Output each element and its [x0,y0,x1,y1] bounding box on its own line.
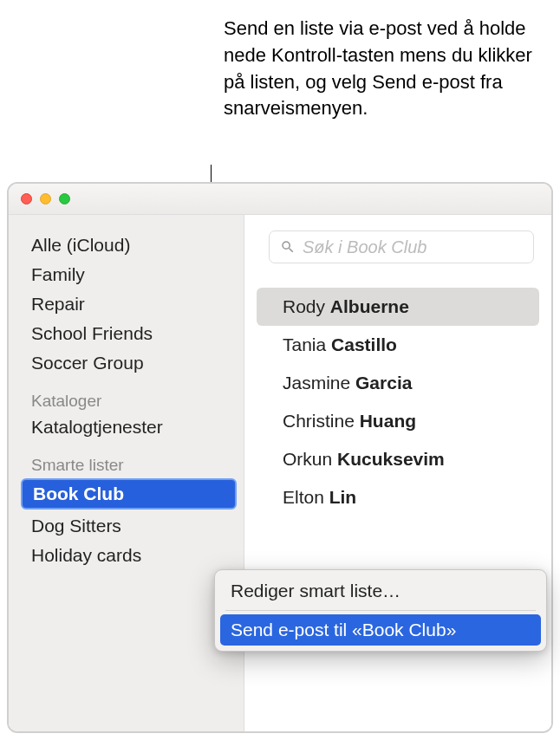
sidebar-item-school-friends[interactable]: School Friends [9,319,244,348]
window-titlebar [9,184,551,215]
contact-first-name: Jasmine [283,373,355,393]
sidebar-section-header: Smarte lister [9,442,244,477]
contact-last-name: Garcia [355,373,412,393]
search-icon [280,239,296,255]
sidebar-item-family[interactable]: Family [9,260,244,289]
context-menu-item[interactable]: Send e-post til «Book Club» [220,614,541,646]
minimize-icon[interactable] [40,193,51,204]
menu-divider [225,610,536,611]
contact-last-name: Lin [329,487,357,507]
contact-first-name: Tania [283,334,331,354]
sidebar-section-header: Kataloger [9,378,244,412]
context-menu: Rediger smart liste…Send e-post til «Boo… [214,569,547,652]
search-placeholder: Søk i Book Club [303,237,427,257]
sidebar-item-all-icloud[interactable]: Alle (iCloud) [9,230,244,260]
search-container: Søk i Book Club [244,215,551,272]
contact-row[interactable]: Elton Lin [257,478,539,516]
contact-first-name: Rody [283,296,330,316]
contact-row[interactable]: Tania Castillo [257,326,539,364]
sidebar-item-repair[interactable]: Repair [9,289,244,319]
sidebar-item-holiday-cards[interactable]: Holiday cards [9,541,244,570]
contact-first-name: Orkun [283,449,337,469]
contact-last-name: Kucuksevim [337,449,445,469]
contact-list: Rody AlbuerneTania CastilloJasmine Garci… [244,272,551,516]
contact-row[interactable]: Christine Huang [257,402,539,440]
window-content: Alle (iCloud)FamilyRepairSchool FriendsS… [9,215,551,731]
contact-last-name: Castillo [331,334,397,354]
contact-row[interactable]: Jasmine Garcia [257,364,539,402]
contact-first-name: Christine [283,411,360,431]
fullscreen-icon[interactable] [59,193,70,204]
context-menu-item[interactable]: Rediger smart liste… [220,575,541,607]
sidebar-item-book-club[interactable]: Book Club [21,478,237,510]
annotation-text: Send en liste via e-post ved å holde ned… [224,16,544,122]
contact-last-name: Albuerne [330,296,409,316]
close-icon[interactable] [21,193,32,204]
search-input[interactable]: Søk i Book Club [269,230,534,263]
contact-last-name: Huang [360,411,416,431]
sidebar: Alle (iCloud)FamilyRepairSchool FriendsS… [9,215,244,731]
contact-first-name: Elton [283,487,329,507]
sidebar-item-directory-services[interactable]: Katalogtjenester [9,412,244,442]
contact-row[interactable]: Orkun Kucuksevim [257,440,539,478]
contact-row[interactable]: Rody Albuerne [257,288,539,326]
sidebar-item-dog-sitters[interactable]: Dog Sitters [9,511,244,541]
main-pane: Søk i Book Club Rody AlbuerneTania Casti… [244,215,551,731]
sidebar-item-soccer-group[interactable]: Soccer Group [9,348,244,378]
